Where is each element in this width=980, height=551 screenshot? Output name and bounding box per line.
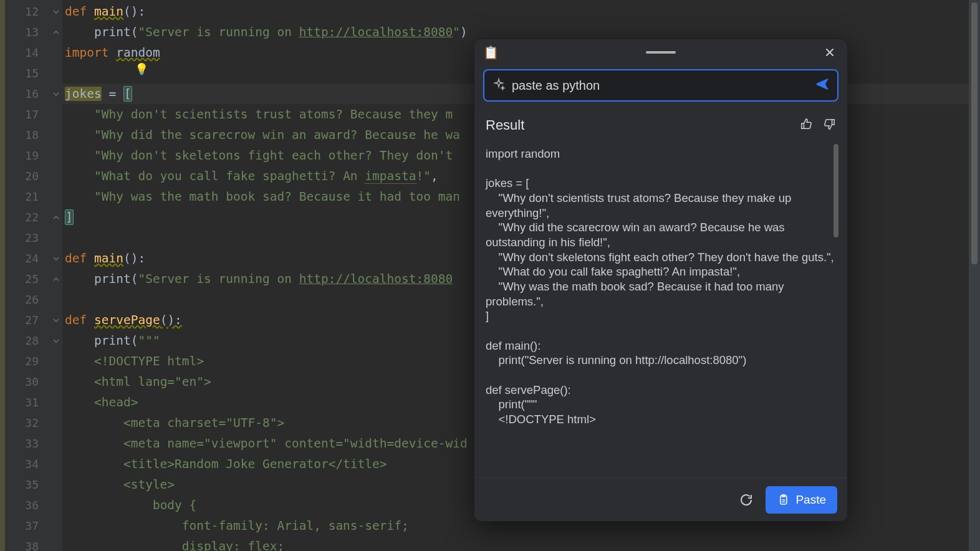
prompt-input-row[interactable]	[483, 69, 838, 102]
line-number: 33	[5, 433, 50, 454]
line-number: 20	[5, 166, 50, 186]
sparkle-icon	[492, 77, 506, 93]
fold-cell	[50, 145, 62, 166]
fold-cell	[50, 474, 62, 495]
fold-cell	[50, 495, 62, 515]
fold-column[interactable]	[50, 0, 62, 551]
line-number: 31	[5, 392, 50, 413]
result-block: Result import random jokes = [ "Why don'…	[483, 113, 838, 477]
line-number: 38	[5, 536, 50, 551]
fold-cell	[50, 125, 62, 145]
line-number: 24	[5, 248, 50, 269]
thumbs-up-button[interactable]	[800, 117, 814, 133]
fold-cell[interactable]	[50, 248, 62, 269]
fold-cell	[50, 228, 62, 248]
fold-cell[interactable]	[50, 1, 62, 22]
thumbs-down-icon	[822, 117, 836, 131]
close-icon	[825, 47, 835, 57]
send-icon	[815, 77, 830, 92]
result-body[interactable]: import random jokes = [ "Why don't scien…	[483, 143, 838, 477]
panel-header: 📋	[474, 39, 847, 65]
result-title: Result	[486, 117, 524, 133]
line-number: 37	[5, 515, 50, 536]
panel-drag-handle[interactable]	[646, 51, 676, 54]
close-button[interactable]	[821, 44, 838, 61]
clipboard-icon	[777, 494, 789, 506]
fold-cell	[50, 42, 62, 63]
send-button[interactable]	[815, 77, 830, 94]
refresh-icon	[739, 492, 754, 507]
fold-cell	[50, 351, 62, 371]
line-number: 30	[5, 371, 50, 392]
line-number: 14	[5, 42, 50, 63]
panel-footer: Paste	[474, 477, 847, 521]
fold-cell	[50, 413, 62, 433]
prompt-input[interactable]	[512, 79, 809, 93]
fold-cell[interactable]	[50, 207, 62, 228]
fold-cell[interactable]	[50, 330, 62, 351]
line-number: 28	[5, 330, 50, 351]
panel-emoji-icon: 📋	[483, 45, 499, 60]
fold-cell	[50, 371, 62, 392]
fold-cell[interactable]	[50, 84, 62, 104]
fold-cell[interactable]	[50, 269, 62, 289]
line-number: 19	[5, 145, 50, 166]
line-number: 18	[5, 125, 50, 145]
line-number: 21	[5, 186, 50, 207]
fold-cell	[50, 392, 62, 413]
fold-cell	[50, 454, 62, 474]
paste-button[interactable]: Paste	[766, 486, 837, 514]
code-line[interactable]: display: flex;	[62, 536, 980, 551]
line-number: 36	[5, 495, 50, 515]
line-number: 12	[5, 1, 50, 22]
fold-up-icon	[53, 214, 59, 221]
fold-cell	[50, 166, 62, 186]
fold-cell	[50, 186, 62, 207]
scrollbar-thumb[interactable]	[971, 2, 978, 264]
line-number: 16	[5, 84, 50, 104]
vertical-scrollbar[interactable]	[969, 0, 980, 551]
result-header: Result	[483, 113, 838, 138]
thumbs-down-button[interactable]	[822, 117, 836, 133]
feedback-buttons	[800, 117, 836, 133]
line-number: 27	[5, 310, 50, 330]
fold-cell	[50, 433, 62, 454]
paste-button-label: Paste	[795, 493, 826, 507]
lightbulb-icon[interactable]: 💡	[135, 62, 148, 75]
line-number: 23	[5, 228, 50, 248]
code-line[interactable]: def main():	[62, 1, 980, 22]
result-text: import random jokes = [ "Why don't scien…	[486, 146, 836, 427]
line-number: 32	[5, 413, 50, 433]
fold-cell[interactable]	[50, 310, 62, 330]
fold-down-icon	[53, 91, 59, 97]
regenerate-button[interactable]	[736, 489, 757, 510]
thumbs-up-icon	[800, 117, 814, 131]
fold-down-icon	[53, 338, 59, 344]
line-number: 13	[5, 22, 50, 42]
line-number: 15	[5, 63, 50, 84]
line-number: 17	[5, 104, 50, 125]
fold-cell	[50, 104, 62, 125]
fold-cell	[50, 515, 62, 536]
fold-up-icon	[53, 29, 59, 36]
result-scrollbar[interactable]	[833, 144, 838, 237]
line-number: 26	[5, 289, 50, 310]
ai-assistant-panel: 📋 Result	[474, 39, 848, 522]
fold-cell	[50, 63, 62, 84]
line-number: 29	[5, 351, 50, 371]
line-number: 25	[5, 269, 50, 289]
line-number: 35	[5, 474, 50, 495]
line-number: 34	[5, 454, 50, 474]
line-number-gutter: 1213141516171819202122232425262728293031…	[5, 0, 50, 551]
fold-down-icon	[53, 256, 59, 262]
left-margin	[0, 0, 5, 551]
fold-up-icon	[53, 276, 59, 282]
fold-cell	[50, 536, 62, 551]
line-number: 22	[5, 207, 50, 228]
fold-down-icon	[53, 317, 59, 323]
fold-cell[interactable]	[50, 22, 62, 42]
fold-down-icon	[53, 9, 59, 15]
fold-cell	[50, 289, 62, 310]
